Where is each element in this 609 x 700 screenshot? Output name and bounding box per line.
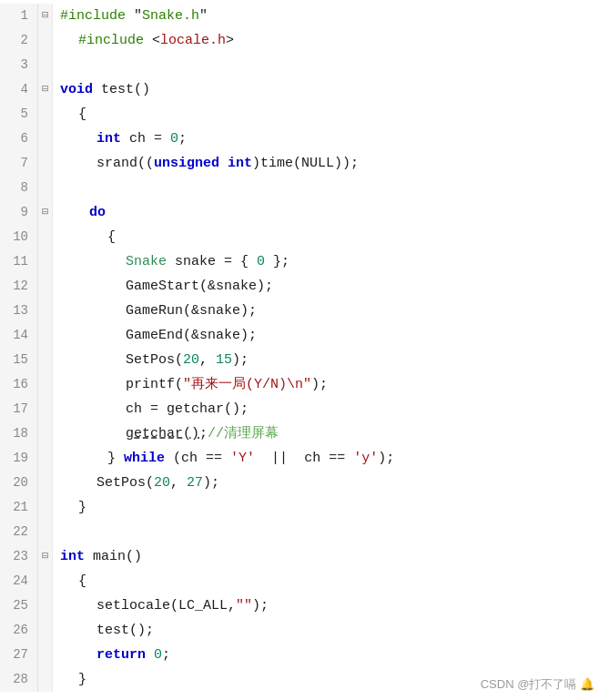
fold-gutter[interactable]: ⊟ [38,200,53,225]
line-number: 17 [0,397,38,421]
fold-gutter [38,299,53,323]
code-line-20: 20 SetPos(20, 27); [0,471,609,495]
code-line-12: 12 GameStart(&snake); [0,274,609,299]
fold-gutter [38,495,53,520]
line-number: 12 [0,274,38,299]
fold-gutter [38,274,53,299]
fold-gutter [38,28,53,53]
code-line-24: 24 { [0,569,609,593]
line-content: printf("再来一局(Y/N)\n"); [53,372,609,397]
code-line-23: 23 ⊟ int main() [0,544,609,569]
code-line-4: 4 ⊟ void test() [0,77,609,102]
line-content: ch = getchar(); [53,397,609,421]
fold-gutter[interactable]: ⊟ [38,77,53,102]
code-line-15: 15 SetPos(20, 15); [0,348,609,372]
code-line-17: 17 ch = getchar(); [0,397,609,421]
fold-gutter[interactable]: ⊟ [38,544,53,569]
line-content: setlocale(LC_ALL,""); [53,593,609,618]
line-number: 6 [0,127,38,151]
fold-gutter [38,176,53,200]
line-content: test(); [53,618,609,643]
fold-gutter [38,471,53,495]
line-number: 26 [0,618,38,643]
line-number: 13 [0,299,38,323]
line-content: int main() [53,544,609,569]
line-content: return 0; [53,643,609,667]
line-number: 22 [0,520,38,544]
line-number: 1 [0,4,38,28]
code-line-27: 27 return 0; [0,643,609,667]
line-content: Snake snake = { 0 }; [53,249,609,274]
code-line-16: 16 printf("再来一局(Y/N)\n"); [0,372,609,397]
code-line-22: 22 [0,520,609,544]
fold-gutter [38,446,53,471]
code-line-25: 25 setlocale(LC_ALL,""); [0,593,609,618]
fold-gutter [38,643,53,667]
line-content: #include <locale.h> [53,28,609,53]
line-number: 4 [0,77,38,102]
fold-gutter [38,53,53,77]
line-content: getchar();//清理屏幕 [53,421,609,446]
fold-gutter [38,102,53,127]
line-content: { [53,102,609,127]
code-line-10: 10 { [0,225,609,249]
line-content: SetPos(20, 15); [53,348,609,372]
code-line-18: 18 getchar();//清理屏幕 [0,421,609,446]
line-number: 7 [0,151,38,176]
line-number: 2 [0,28,38,53]
line-number: 21 [0,495,38,520]
line-content: GameEnd(&snake); [53,323,609,348]
code-line-9: 9 ⊟ do [0,200,609,225]
line-number: 25 [0,593,38,618]
line-number: 5 [0,102,38,127]
code-line-26: 26 test(); [0,618,609,643]
fold-gutter [38,618,53,643]
fold-gutter [38,520,53,544]
line-content: { [53,569,609,593]
fold-gutter [38,667,53,692]
line-number: 9 [0,200,38,225]
fold-gutter [38,127,53,151]
fold-gutter[interactable]: ⊟ [38,4,53,28]
line-content: #include "Snake.h" [53,4,609,28]
code-line-21: 21 } [0,495,609,520]
line-content: } while (ch == 'Y' || ch == 'y'); [53,446,609,471]
line-content: void test() [53,77,609,102]
code-line-3: 3 [0,53,609,77]
line-number: 27 [0,643,38,667]
fold-gutter [38,249,53,274]
line-number: 19 [0,446,38,471]
line-number: 20 [0,471,38,495]
line-number: 28 [0,667,38,692]
code-line-1: 1 ⊟ #include "Snake.h" [0,4,609,28]
code-line-13: 13 GameRun(&snake); [0,299,609,323]
code-line-2: 2 #include <locale.h> [0,28,609,53]
line-content: { [53,225,609,249]
fold-gutter [38,348,53,372]
line-number: 3 [0,53,38,77]
line-number: 18 [0,421,38,446]
line-content: GameRun(&snake); [53,299,609,323]
fold-gutter [38,323,53,348]
code-line-7: 7 srand((unsigned int)time(NULL)); [0,151,609,176]
fold-gutter [38,593,53,618]
line-content: SetPos(20, 27); [53,471,609,495]
code-line-11: 11 Snake snake = { 0 }; [0,249,609,274]
code-line-14: 14 GameEnd(&snake); [0,323,609,348]
line-number: 14 [0,323,38,348]
code-line-19: 19 } while (ch == 'Y' || ch == 'y'); [0,446,609,471]
line-number: 10 [0,225,38,249]
fold-gutter [38,569,53,593]
line-number: 23 [0,544,38,569]
fold-gutter [38,151,53,176]
line-number: 15 [0,348,38,372]
line-content: do [53,200,609,225]
line-content: } [53,495,609,520]
line-number: 8 [0,176,38,200]
line-content: GameStart(&snake); [53,274,609,299]
line-number: 11 [0,249,38,274]
line-content: int ch = 0; [53,127,609,151]
line-number: 24 [0,569,38,593]
line-number: 16 [0,372,38,397]
fold-gutter [38,225,53,249]
